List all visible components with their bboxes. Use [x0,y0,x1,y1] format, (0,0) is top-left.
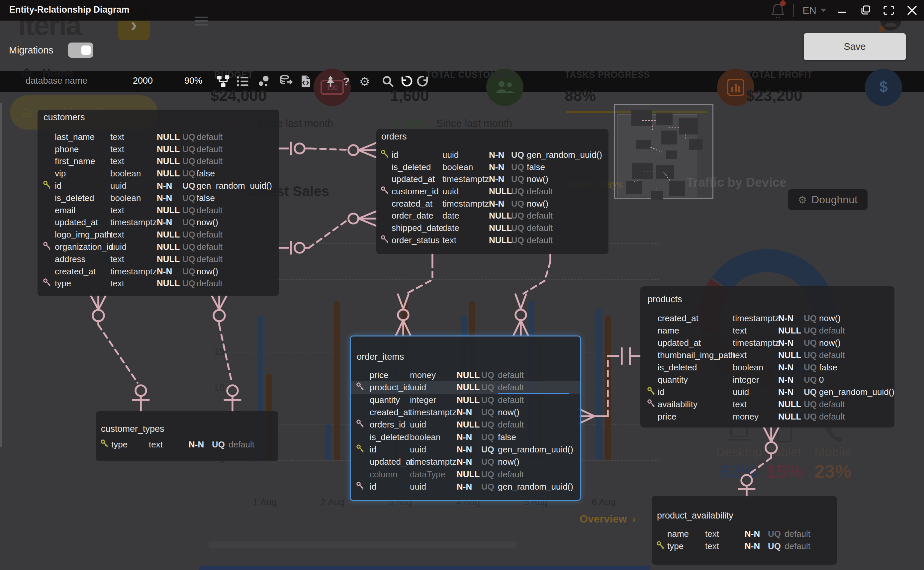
field-uq: UQ [768,529,785,539]
field-name: id [55,181,110,191]
field-row-quantity[interactable]: quantityintegerN-NUQ0 [640,374,895,386]
field-name: order_status [392,235,442,245]
field-row-updated_at[interactable]: updated_attimestamptzN-NUQnow() [640,337,895,349]
restore-button[interactable] [858,3,873,18]
field-uq: UQ [481,432,498,443]
field-uq: UQ [804,325,819,336]
field-row-updated_at[interactable]: updated_attimestamptzN-NUQnow() [38,216,279,229]
field-row-created_at[interactable]: created_attimestamptzN-NUQnow() [376,198,609,210]
migrations-toggle[interactable] [68,43,93,58]
field-row-type[interactable]: typetextN-NUQdefault [96,438,278,451]
field-row-price[interactable]: pricemoneyNULLUQdefault [351,369,580,382]
field-row-last_name[interactable]: last_nametextNULLUQdefault [38,131,279,143]
field-row-updated_at[interactable]: updated_attimestamptzN-NUQnow() [351,456,580,468]
field-type: dataType [410,469,457,480]
minimize-button[interactable] [835,3,850,18]
field-type: timestamptz [410,457,457,467]
field-row-price[interactable]: pricemoneyNULLUQdefault [640,411,895,423]
field-name: organization_id [55,242,110,252]
table-product_availability[interactable]: product_availabilitynametextN-NUQdefault… [652,496,837,565]
field-name: quantity [370,395,410,405]
table-customer_types[interactable]: customer_typestypetextN-NUQdefault [96,411,278,461]
field-row-id[interactable]: iduuidN-NUQgen_random_uuid() [640,386,895,398]
field-null: NULL [157,278,182,289]
field-null: N-N [489,174,511,184]
migrations-control: Migrations [9,43,93,58]
field-row-phone[interactable]: phonetextNULLUQdefault [38,143,279,155]
field-row-address[interactable]: addresstextNULLUQdefault [38,253,279,265]
table-order_items[interactable]: order_itemspricemoneyNULLUQdefaultproduc… [350,336,581,501]
field-row-type[interactable]: typetextN-NUQdefault [652,540,837,552]
field-row-type[interactable]: typetextNULLUQdefault [38,278,279,290]
foreign-key-icon [356,382,370,393]
field-row-product_id[interactable]: product_iduuidNULLUQdefault [351,382,580,394]
field-null: N-N [745,529,768,539]
field-null: NULL [157,205,182,216]
field-row-id[interactable]: iduuidN-NUQgen_random_uuid() [351,481,580,493]
field-name: name [658,325,733,336]
connector-order_items-products[interactable] [579,348,640,423]
field-row-availability[interactable]: availabilitytextNULLUQdefault [640,398,895,411]
table-orders[interactable]: ordersiduuidN-NUQgen_random_uuid()is_del… [376,129,609,254]
field-type: text [110,132,157,142]
field-type: timestamptz [733,313,778,323]
field-row-email[interactable]: emailtextNULLUQdefault [38,204,279,216]
field-row-order_date[interactable]: order_datedateNULLUQdefault [376,210,609,222]
field-row-customer_id[interactable]: customer_iduuidNULLUQdefault [376,185,609,198]
field-row-name[interactable]: nametextN-NUQdefault [652,528,837,540]
connector-customers-customer_types[interactable] [91,296,149,411]
table-products[interactable]: productscreated_attimestamptzN-NUQnow()n… [640,287,895,428]
field-row-created_at[interactable]: created_attimestamptzN-NUQnow() [640,312,895,325]
language-selector[interactable]: EN [802,5,826,16]
field-row-first_name[interactable]: first_nametextNULLUQdefault [38,155,279,168]
field-row-organization_id[interactable]: organization_iduuidNULLUQdefault [38,241,279,253]
field-row-column[interactable]: columndataTypeNULLUQdefault [351,468,580,480]
field-def: default [498,382,580,392]
save-button[interactable]: Save [804,33,906,60]
field-row-logo_img_path[interactable]: logo_img_pathtextNULLUQdefault [38,228,279,241]
field-row-thumbnail_img_path[interactable]: thumbnail_img_pathtextNULLUQdefault [640,349,895,362]
field-def: default [785,529,837,539]
connector-products-product_availability[interactable] [739,428,779,496]
connector-orders-order_items[interactable] [514,254,550,336]
fullscreen-button[interactable] [881,3,896,18]
connector-customers-orders[interactable] [279,142,376,158]
connector-orders-order_items[interactable] [396,254,433,336]
connector-customers-customer_types[interactable] [212,296,240,411]
field-row-is_deleted[interactable]: is_deletedbooleanN-NUQfalse [640,362,895,374]
field-row-is_deleted[interactable]: is_deletedbooleanN-NUQfalse [38,192,279,204]
field-row-is_deleted[interactable]: is_deletedbooleanN-NUQfalse [376,161,609,173]
field-type: text [110,230,157,240]
field-def: now() [819,313,895,323]
field-def: default [197,278,279,289]
field-row-is_deleted[interactable]: is_deletedbooleanN-NUQfalse [351,431,580,443]
field-name: id [658,387,733,397]
close-button[interactable] [905,3,919,18]
notifications-button[interactable] [771,2,785,18]
field-row-shipped_date[interactable]: shipped_datedateNULLUQdefault [376,222,609,234]
field-row-id[interactable]: iduuidN-NUQgen_random_uuid() [38,180,279,192]
field-null: NULL [489,235,511,245]
field-row-updated_at[interactable]: updated_attimestamptzN-NUQnow() [376,173,609,185]
divider [793,4,794,17]
field-def: default [785,541,837,552]
field-uq: UQ [511,211,527,221]
field-null: NULL [457,420,481,430]
field-name: id [370,444,410,455]
field-row-orders_id[interactable]: orders_iduuidNULLUQdefault [351,418,580,431]
field-uq: UQ [481,395,498,405]
field-row-id[interactable]: iduuidN-NUQgen_random_uuid() [376,149,609,161]
field-row-quantity[interactable]: quantityintegerNULLUQdefault [351,394,580,406]
field-row-created_at[interactable]: created_attimestamptzN-NUQnow() [351,406,580,418]
field-row-order_status[interactable]: order_statustextNULLUQdefault [376,234,609,247]
field-row-name[interactable]: nametextNULLUQdefault [640,325,895,337]
field-row-created_at[interactable]: created_attimestamptzN-NUQnow() [38,265,279,278]
diagram-minimap[interactable] [614,104,713,199]
field-type: uuid [410,444,457,455]
field-row-id[interactable]: iduuidN-NUQgen_random_uuid() [351,443,580,456]
field-row-vip[interactable]: vipbooleanNULLUQfalse [38,167,279,180]
connector-customers-orders[interactable] [279,211,376,254]
table-customers[interactable]: customerslast_nametextNULLUQdefaultphone… [38,110,279,296]
field-null: N-N [457,457,481,467]
field-uq: UQ [481,370,498,380]
